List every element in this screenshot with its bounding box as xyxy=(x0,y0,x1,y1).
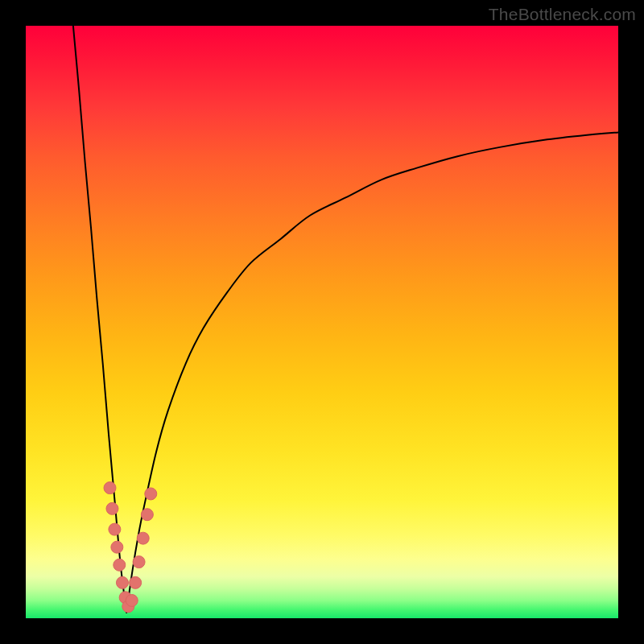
bottleneck-curve xyxy=(73,26,618,613)
valley-marker xyxy=(130,576,142,588)
valley-marker xyxy=(109,523,121,535)
valley-marker xyxy=(114,559,126,571)
valley-marker xyxy=(104,482,116,494)
valley-marker xyxy=(141,509,153,521)
valley-marker xyxy=(126,594,138,606)
curve-right-branch xyxy=(126,132,618,612)
plot-area xyxy=(26,26,618,618)
valley-marker xyxy=(116,576,128,588)
valley-marker xyxy=(145,488,157,500)
valley-marker xyxy=(111,541,123,553)
attribution-text: TheBottleneck.com xyxy=(489,5,636,24)
valley-marker xyxy=(137,532,149,544)
valley-markers xyxy=(104,482,157,613)
valley-marker xyxy=(106,502,118,514)
valley-marker xyxy=(133,556,145,568)
curve-layer xyxy=(26,26,618,618)
chart-frame: TheBottleneck.com xyxy=(0,0,644,644)
